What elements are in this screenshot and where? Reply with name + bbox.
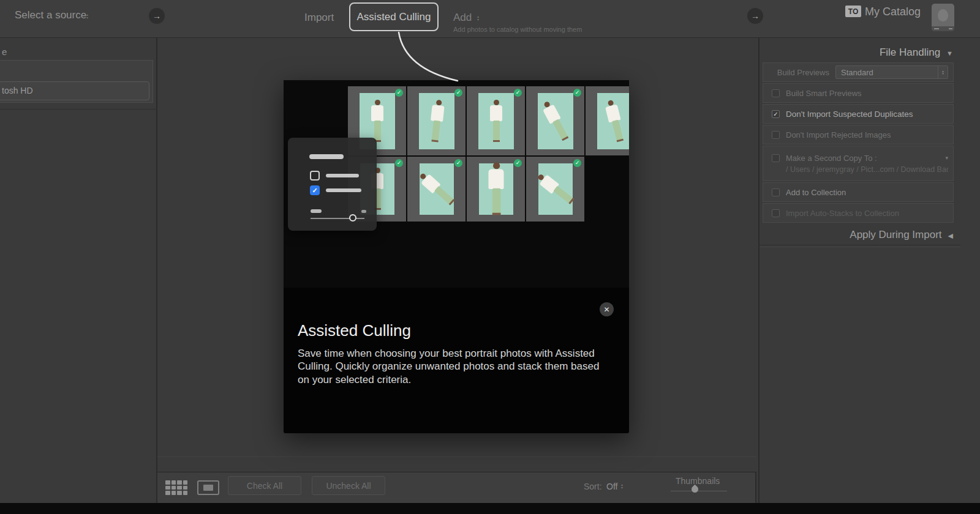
grid-view-icon[interactable]: [165, 480, 187, 495]
mock-checkbox-unchecked-icon: [310, 171, 320, 181]
photo-thumbnail: ✓: [407, 157, 466, 222]
checkbox-label: Build Smart Previews: [786, 89, 862, 98]
arrow-right-circle-icon[interactable]: →: [747, 8, 763, 24]
catalog-icon-detail: [949, 28, 952, 29]
add-chevron-icon[interactable]: ▴▾: [477, 15, 479, 21]
catalog-icon[interactable]: [932, 4, 954, 31]
tab-add[interactable]: Add: [453, 12, 472, 24]
collapse-triangle-left-icon[interactable]: ◀: [948, 232, 953, 239]
mock-slider-knob: [349, 214, 356, 222]
photo-thumbnail: ✓: [467, 157, 525, 222]
loupe-view-icon[interactable]: [197, 480, 219, 495]
make-second-copy-row[interactable]: Make a Second Copy To : ▾ / Users / jere…: [763, 146, 954, 181]
mock-text-line: [326, 174, 359, 177]
top-bar: Select a source ▴▾ → Import Assisted Cul…: [0, 0, 980, 38]
second-copy-path: / Users / jeremygray / Pict...com / Down…: [786, 165, 948, 174]
bottom-screen-strip: [0, 503, 980, 514]
check-badge-icon: ✓: [573, 159, 581, 167]
sort-value-dropdown[interactable]: Off: [606, 482, 617, 491]
bottom-toolbar: Check All Uncheck All Sort: Off ▴▾ Thumb…: [157, 472, 756, 503]
checkbox-label: Don't Import Rejected Images: [786, 130, 891, 140]
sort-label: Sort:: [584, 482, 602, 491]
my-catalog-label[interactable]: My Catalog: [865, 6, 921, 18]
source-item-macintosh-hd[interactable]: tosh HD: [0, 81, 149, 100]
select-source-button[interactable]: Select a source: [15, 9, 86, 21]
check-badge-icon: ✓: [514, 89, 522, 97]
mock-dash: [361, 210, 366, 213]
checkbox-unchecked-icon[interactable]: [772, 154, 780, 162]
build-previews-row: Build Previews Standard ▴▾: [763, 62, 954, 82]
assisted-culling-illustration: ✓ ✓ ✓ ✓ ✓ ✓ ✓ ✓ ✓ ✓: [284, 80, 629, 288]
add-subtitle: Add photos to catalog without moving the…: [453, 26, 582, 33]
to-badge: TO: [845, 6, 861, 17]
checkbox-label: Add to Collection: [786, 188, 846, 197]
left-panel-section-divider: [0, 109, 156, 110]
select-source-chevron-icon[interactable]: ▴▾: [86, 13, 88, 20]
modal-title: Assisted Culling: [298, 321, 411, 340]
catalog-logo-shape: [938, 9, 948, 21]
tab-import[interactable]: Import: [304, 12, 334, 24]
modal-body-text: Save time when choosing your best portra…: [298, 347, 612, 386]
photo-grid-row: ✓ ✓ ✓ ✓ ✓: [348, 86, 629, 155]
check-badge-icon: ✓: [454, 159, 462, 167]
thumbnail-size-slider-knob[interactable]: [690, 485, 700, 494]
build-previews-dropdown[interactable]: Standard ▴▾: [835, 65, 948, 79]
dont-import-duplicates-row[interactable]: ✓ Don't Import Suspected Duplicates: [763, 104, 954, 124]
dont-import-rejected-row[interactable]: Don't Import Rejected Images: [763, 125, 954, 144]
checkbox-unchecked-icon[interactable]: [772, 209, 780, 217]
checkbox-label: Don't Import Suspected Duplicates: [786, 110, 913, 119]
collapse-triangle-icon[interactable]: ▼: [946, 50, 953, 57]
photo-thumbnail: ✓: [467, 86, 525, 155]
chevron-down-icon[interactable]: ▾: [945, 155, 948, 161]
catalog-icon-detail: [934, 28, 939, 29]
sort-chevron-icon[interactable]: ▴▾: [621, 483, 623, 490]
thumbnail-size-slider-track[interactable]: [671, 491, 727, 491]
import-auto-stacks-row[interactable]: Import Auto-Stacks to Collection: [763, 203, 954, 223]
culling-settings-mock-panel: ✓: [288, 138, 377, 231]
checkbox-unchecked-icon[interactable]: [772, 131, 780, 139]
build-previews-value: Standard: [836, 68, 938, 77]
tab-assisted-culling[interactable]: Assisted Culling: [349, 2, 439, 31]
add-to-collection-row[interactable]: Add to Collection: [763, 182, 954, 202]
mock-checkbox-checked-icon: ✓: [310, 185, 320, 195]
check-badge-icon: ✓: [395, 159, 403, 167]
checkbox-unchecked-icon[interactable]: [772, 89, 780, 97]
panel-divider: [760, 245, 960, 245]
right-panel-divider: [758, 38, 760, 503]
check-all-button[interactable]: Check All: [228, 476, 301, 495]
left-panel-divider: [156, 38, 157, 503]
close-icon[interactable]: ✕: [600, 302, 614, 316]
photo-thumbnail: ✓: [526, 157, 584, 222]
arrow-right-circle-icon[interactable]: →: [149, 8, 165, 24]
grid-area-divider: [157, 456, 756, 457]
mock-title-bar: [309, 154, 344, 159]
photo-grid-row: ✓ ✓ ✓ ✓: [348, 157, 584, 222]
checkbox-label: Make a Second Copy To :: [786, 154, 877, 163]
dropdown-arrows-icon: ▴▾: [938, 66, 948, 78]
uncheck-all-button[interactable]: Uncheck All: [312, 476, 385, 495]
check-badge-icon: ✓: [573, 89, 581, 97]
photo-thumbnail: ✓: [586, 86, 629, 155]
source-panel-header-fragment: e: [2, 47, 7, 57]
assisted-culling-modal: ✓ ✓ ✓ ✓ ✓ ✓ ✓ ✓ ✓ ✓: [284, 80, 629, 433]
checkbox-unchecked-icon[interactable]: [772, 188, 780, 196]
checkbox-label: Import Auto-Stacks to Collection: [786, 209, 899, 218]
mock-dash: [311, 209, 322, 213]
build-smart-previews-row[interactable]: Build Smart Previews: [763, 83, 954, 103]
check-badge-icon: ✓: [454, 89, 462, 97]
mock-text-line: [326, 188, 361, 192]
checkbox-checked-icon[interactable]: ✓: [772, 110, 780, 118]
thumbnails-label: Thumbnails: [676, 476, 720, 486]
build-previews-label: Build Previews: [768, 68, 829, 77]
check-badge-icon: ✓: [514, 159, 522, 167]
lightroom-import-window: Select a source ▴▾ → Import Assisted Cul…: [0, 0, 980, 514]
apply-during-import-header[interactable]: Apply During Import◀: [760, 229, 953, 241]
check-badge-icon: ✓: [395, 89, 403, 97]
photo-thumbnail: ✓: [526, 86, 584, 155]
photo-thumbnail: ✓: [407, 86, 466, 155]
file-handling-header[interactable]: File Handling▼: [760, 47, 953, 59]
panel-divider: [760, 247, 960, 247]
